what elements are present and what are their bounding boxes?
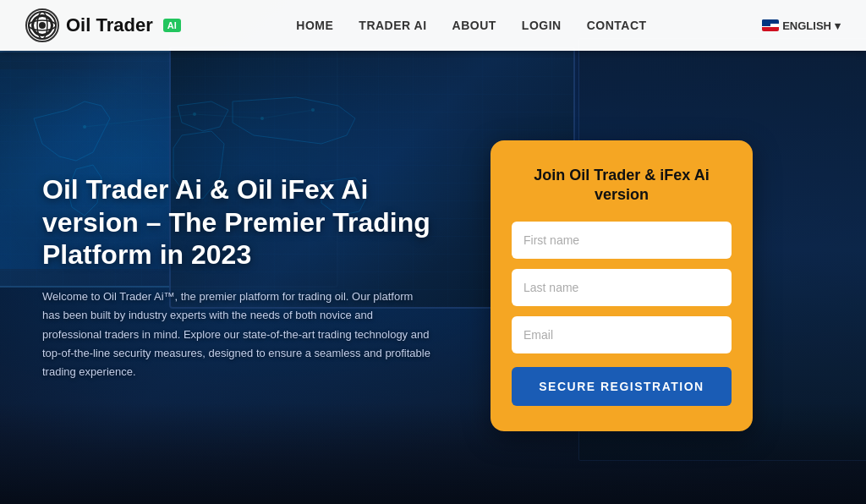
nav-item-about[interactable]: ABOUT [452, 18, 496, 33]
nav-item-trader-ai[interactable]: TRADER AI [359, 18, 426, 33]
hero-section: Oil Trader AI HOME TRADER AI ABOUT LOGIN… [0, 0, 866, 504]
hero-content: Oil Trader Ai & Oil iFex Ai version – Th… [0, 51, 866, 504]
chevron-down-icon: ▾ [835, 19, 841, 32]
language-selector[interactable]: ENGLISH ▾ [762, 19, 841, 32]
logo-text: Oil Trader [66, 14, 153, 36]
email-input[interactable] [512, 316, 732, 353]
nav-item-login[interactable]: LOGIN [522, 18, 562, 33]
nav-link-home[interactable]: HOME [296, 19, 333, 32]
registration-form-card: Join Oil Trader & iFex Ai version SECURE… [491, 140, 753, 432]
flag-icon [762, 19, 779, 31]
nav-link-login[interactable]: LOGIN [522, 19, 562, 32]
nav-link-trader-ai[interactable]: TRADER AI [359, 19, 426, 32]
nav-item-home[interactable]: HOME [296, 18, 333, 33]
svg-point-11 [37, 12, 47, 39]
navbar: Oil Trader AI HOME TRADER AI ABOUT LOGIN… [0, 0, 866, 51]
hero-description: Welcome to Oil Trader Ai™, the premier p… [42, 288, 431, 381]
last-name-input[interactable] [512, 269, 732, 306]
nav-link-contact[interactable]: CONTACT [587, 19, 647, 32]
nav-link-about[interactable]: ABOUT [452, 19, 496, 32]
language-label: ENGLISH [782, 19, 831, 32]
logo-area: Oil Trader AI [25, 8, 181, 42]
nav-item-contact[interactable]: CONTACT [587, 18, 647, 33]
svg-point-12 [29, 20, 56, 30]
logo-icon [25, 8, 59, 42]
svg-point-10 [29, 12, 56, 39]
logo-ai-badge: AI [163, 19, 181, 32]
register-button[interactable]: SECURE REGISTRATION [512, 367, 732, 406]
hero-title: Oil Trader Ai & Oil iFex Ai version – Th… [42, 173, 457, 271]
first-name-input[interactable] [512, 222, 732, 259]
form-title: Join Oil Trader & iFex Ai version [512, 166, 732, 205]
svg-point-13 [40, 23, 45, 28]
text-section: Oil Trader Ai & Oil iFex Ai version – Th… [0, 140, 491, 415]
nav-links: HOME TRADER AI ABOUT LOGIN CONTACT [296, 18, 646, 33]
